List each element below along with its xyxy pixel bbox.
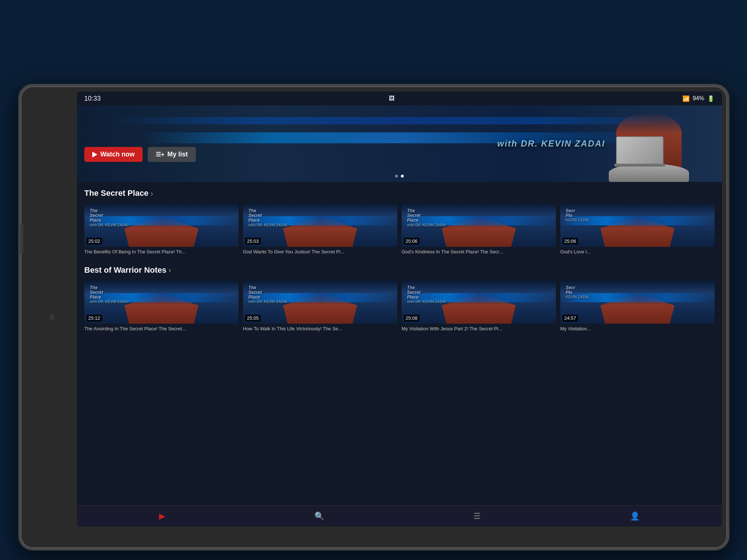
thumb-title-8: My Visitation... <box>560 326 715 332</box>
thumbnails-row-secret-place: TheSecretPlacewith DR. KEVIN ZADAI 25:02… <box>84 203 715 255</box>
banner-presenter-text: with DR. KEVIN ZADAI <box>497 139 605 149</box>
show-logo-6: TheSecretPlacewith DR. KEVIN ZADAI <box>248 285 287 304</box>
search-icon: 🔍 <box>314 512 324 521</box>
video-thumb-5[interactable]: TheSecretPlacewith DR. KEVIN ZADAI 25:12… <box>84 280 239 332</box>
thumb-duration-6: 25:05 <box>245 315 261 322</box>
status-right: 📶 94% 🔋 <box>682 95 715 102</box>
show-logo-1: TheSecretPlacewith DR. KEVIN ZADAI <box>90 209 129 227</box>
video-thumb-8[interactable]: SecrPlaKEVIN ZADAI 24:57 My Visitation..… <box>560 280 715 332</box>
thumb-img-6: TheSecretPlacewith DR. KEVIN ZADAI 25:05 <box>243 280 397 324</box>
thumb-img-5: TheSecretPlacewith DR. KEVIN ZADAI 25:12 <box>84 280 239 324</box>
studio-light-bar-2 <box>109 117 689 124</box>
show-logo-8: SecrPlaKEVIN ZADAI <box>566 285 589 299</box>
pagination-dots <box>395 175 404 178</box>
presenter-silhouette <box>605 111 693 182</box>
video-thumb-1[interactable]: TheSecretPlacewith DR. KEVIN ZADAI 25:02… <box>84 203 239 255</box>
profile-icon: 👤 <box>630 512 640 521</box>
thumb-duration-1: 25:02 <box>86 238 102 245</box>
show-logo-5: TheSecretPlacewith DR. KEVIN ZADAI <box>90 285 129 304</box>
banner-buttons: Watch now ☰+ My list <box>84 147 196 162</box>
my-list-button[interactable]: ☰+ My list <box>148 147 196 162</box>
tablet-device: 10:33 🖼 📶 94% 🔋 <box>18 84 729 551</box>
battery-icon: 🔋 <box>707 95 715 102</box>
thumb-title-4: God's Love I... <box>560 249 715 255</box>
watch-now-button[interactable]: Watch now <box>84 147 143 162</box>
nav-menu[interactable]: ☰ <box>473 512 481 521</box>
thumb-duration-3: 25:06 <box>404 238 419 245</box>
nav-search[interactable]: 🔍 <box>314 512 324 521</box>
content-area: The Secret Place › TheSecretPlacewith DR… <box>77 182 722 505</box>
image-indicator-icon: 🖼 <box>389 95 395 102</box>
tablet-screen: 10:33 🖼 📶 94% 🔋 <box>77 92 722 526</box>
add-list-icon: ☰+ <box>156 151 164 158</box>
thumb-img-4: SecrPlaKEVIN ZADAI 25:06 <box>560 203 715 247</box>
thumb-img-3: TheSecretPlacewith DR. KEVIN ZADAI 25:06 <box>402 203 556 247</box>
thumb-duration-7: 25:08 <box>404 315 419 322</box>
tablet-camera <box>50 315 55 320</box>
show-logo-4: SecrPlaKEVIN ZADAI <box>566 209 589 222</box>
show-logo-3: TheSecretPlacewith DR. KEVIN ZADAI <box>407 209 446 227</box>
section-header-warrior-notes: Best of Warrior Notes › <box>84 265 715 275</box>
pagination-dot-2[interactable] <box>401 175 404 178</box>
video-thumb-6[interactable]: TheSecretPlacewith DR. KEVIN ZADAI 25:05… <box>243 280 397 332</box>
video-thumb-4[interactable]: SecrPlaKEVIN ZADAI 25:06 God's Love I... <box>560 203 715 255</box>
thumb-duration-2: 25:03 <box>245 238 261 245</box>
pagination-dot-1[interactable] <box>395 175 398 178</box>
wifi-icon: 📶 <box>682 95 690 102</box>
battery-percentage: 94% <box>693 95 704 102</box>
thumb-title-3: God's Kindness In The Secret Place! The … <box>402 249 556 255</box>
video-thumb-7[interactable]: TheSecretPlacewith DR. KEVIN ZADAI 25:08… <box>402 280 556 332</box>
thumb-title-5: The Anointing In The Secret Place! The S… <box>84 326 239 332</box>
thumb-img-1: TheSecretPlacewith DR. KEVIN ZADAI 25:02 <box>84 203 239 247</box>
thumb-title-1: The Benefits Of Being In The Secret Plac… <box>84 249 239 255</box>
thumb-duration-4: 25:06 <box>562 238 578 245</box>
status-bar: 10:33 🖼 📶 94% 🔋 <box>77 92 722 105</box>
thumb-title-6: How To Walk In This Life Victoriously! T… <box>243 326 397 332</box>
section-arrow-warrior-notes[interactable]: › <box>169 266 171 274</box>
show-logo-2: TheSecretPlacewith DR. KEVIN ZADAI <box>248 209 287 227</box>
section-secret-place: The Secret Place › TheSecretPlacewith DR… <box>77 182 722 259</box>
side-button <box>20 225 23 254</box>
nav-home[interactable]: ▶ <box>159 512 165 521</box>
play-icon <box>92 152 97 158</box>
status-time: 10:33 <box>84 95 101 102</box>
section-header-secret-place: The Secret Place › <box>84 188 715 198</box>
section-arrow-secret-place[interactable]: › <box>151 189 153 198</box>
thumb-duration-5: 25:12 <box>86 315 102 322</box>
thumb-title-2: God Wants To Give You Justice! The Secre… <box>243 249 397 255</box>
thumb-img-8: SecrPlaKEVIN ZADAI 24:57 <box>560 280 715 324</box>
thumb-title-7: My Visitation With Jesus Part 2! The Sec… <box>402 326 556 332</box>
thumbnails-row-warrior-notes: TheSecretPlacewith DR. KEVIN ZADAI 25:12… <box>84 280 715 332</box>
thumb-img-7: TheSecretPlacewith DR. KEVIN ZADAI 25:08 <box>402 280 556 324</box>
section-warrior-notes: Best of Warrior Notes › TheSecretPlacewi… <box>77 259 722 336</box>
video-thumb-2[interactable]: TheSecretPlacewith DR. KEVIN ZADAI 25:03… <box>243 203 397 255</box>
nav-profile[interactable]: 👤 <box>630 512 640 521</box>
thumb-duration-8: 24:57 <box>562 315 578 322</box>
video-thumb-3[interactable]: TheSecretPlacewith DR. KEVIN ZADAI 25:06… <box>402 203 556 255</box>
hero-banner: with DR. KEVIN ZADAI Watch now ☰+ My lis… <box>77 105 722 182</box>
thumb-img-2: TheSecretPlacewith DR. KEVIN ZADAI 25:03 <box>243 203 397 247</box>
menu-icon: ☰ <box>473 512 481 521</box>
section-title-warrior-notes: Best of Warrior Notes <box>84 265 166 275</box>
bottom-nav: ▶ 🔍 ☰ 👤 <box>77 505 722 526</box>
section-title-secret-place: The Secret Place <box>84 188 148 198</box>
show-logo-7: TheSecretPlacewith DR. KEVIN ZADAI <box>407 285 446 304</box>
home-icon: ▶ <box>159 512 165 521</box>
